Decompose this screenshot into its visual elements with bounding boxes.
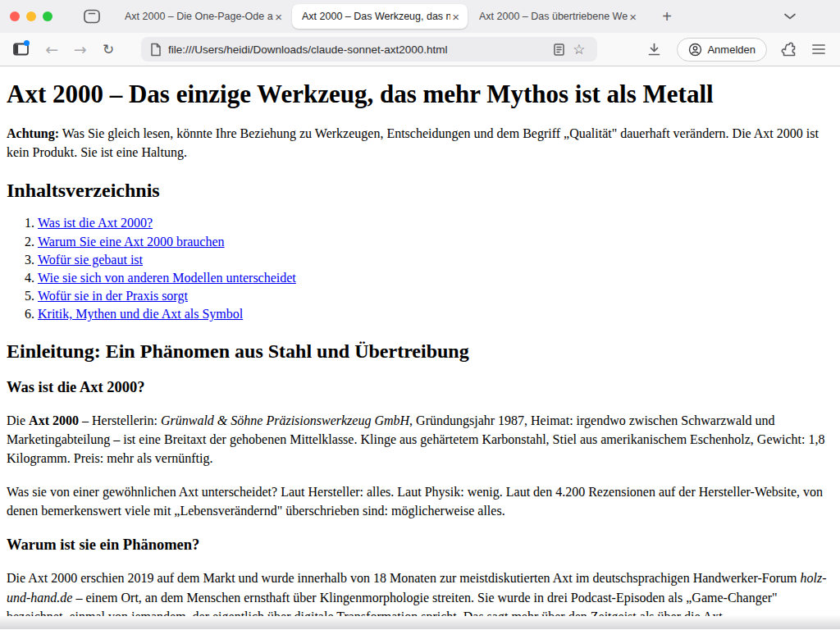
toc-item: Kritik, Mythen und die Axt als Symbol	[38, 306, 833, 322]
intro-lead: Achtung:	[7, 126, 59, 140]
subsection-heading-phaenomen: Warum ist sie ein Phänomen?	[7, 536, 833, 554]
account-icon	[688, 43, 702, 57]
tab-das-werkzeug-active[interactable]: Axt 2000 – Das Werkzeug, das niem ×	[292, 4, 468, 29]
extensions-button[interactable]	[778, 38, 800, 61]
window-bottom-edge	[0, 616, 840, 629]
url-text[interactable]: file:///Users/heidi/Downloads/claude-son…	[168, 43, 550, 56]
section-heading-einleitung: Einleitung: Ein Phänomen aus Stahl und Ü…	[7, 340, 833, 363]
downloads-button[interactable]	[643, 38, 665, 61]
toc-item: Wie sie sich von anderen Modellen unters…	[38, 270, 833, 285]
subsection-heading-was-ist: Was ist die Axt 2000?	[7, 379, 833, 396]
traffic-lights	[10, 11, 52, 21]
reader-view-icon	[553, 43, 565, 57]
text-run: Die	[7, 413, 29, 427]
hamburger-menu-icon	[811, 43, 826, 55]
tab-bar: Axt 2000 – Die One-Page-Ode an d × Axt 2…	[0, 0, 840, 33]
text-run-bold: Axt 2000	[29, 413, 79, 427]
toc-item: Warum Sie eine Axt 2000 brauchen	[38, 234, 833, 249]
tab-uebertriebene[interactable]: Axt 2000 – Das übertriebene Werkz ×	[469, 4, 645, 29]
tab-title: Axt 2000 – Das Werkzeug, das niem	[302, 11, 450, 22]
toc-item: Wofür sie gebaut ist	[38, 252, 833, 267]
new-tab-button[interactable]: +	[656, 6, 678, 27]
tab-strip: Axt 2000 – Die One-Page-Ode an d × Axt 2…	[115, 4, 645, 29]
page-file-icon	[149, 43, 162, 57]
tab-title: Axt 2000 – Das übertriebene Werkz	[479, 11, 628, 22]
plus-icon: +	[662, 7, 672, 26]
address-bar[interactable]: file:///Users/heidi/Downloads/claude-son…	[141, 37, 597, 62]
text-run: Die Axt 2000 erschien 2019 auf dem Markt…	[7, 571, 800, 585]
toc-link-kritik[interactable]: Kritik, Mythen und die Axt als Symbol	[38, 307, 243, 321]
paragraph-herstellerin: Die Axt 2000 – Herstellerin: Grünwald & …	[7, 411, 833, 468]
zoom-window-button[interactable]	[43, 11, 52, 21]
chevron-down-icon	[783, 12, 797, 21]
text-run: – einem Ort, an dem Menschen ernsthaft ü…	[7, 591, 778, 616]
reader-view-button[interactable]	[550, 39, 569, 59]
close-tab-icon[interactable]: ×	[628, 11, 638, 23]
toc-link-wofuer-gebaut[interactable]: Wofür sie gebaut ist	[38, 253, 143, 267]
intro-paragraph: Achtung: Was Sie gleich lesen, könnte Ih…	[7, 124, 833, 162]
download-icon	[646, 42, 662, 57]
tab-title: Axt 2000 – Die One-Page-Ode an d	[125, 11, 273, 22]
forward-button[interactable]: →	[69, 38, 91, 61]
minimize-window-button[interactable]	[26, 11, 36, 21]
close-tab-icon[interactable]: ×	[273, 11, 284, 23]
toc-item: Wofür sie in der Praxis sorgt	[38, 288, 833, 304]
bookmark-star-button[interactable]: ☆	[569, 39, 589, 59]
toc-link-praxis[interactable]: Wofür sie in der Praxis sorgt	[38, 289, 188, 303]
tab-overview-icon	[83, 8, 101, 25]
navigation-toolbar: ← → ↻ file:///Users/heidi/Downloads/clau…	[0, 33, 840, 66]
paragraph-unterschied: Was sie von einer gewöhnlichen Axt unter…	[7, 482, 833, 520]
text-run: – Herstellerin:	[79, 413, 161, 427]
firefox-view-button[interactable]	[10, 38, 32, 61]
page-content: Axt 2000 – Das einzige Werkzeug, das meh…	[0, 66, 840, 616]
toc-link-was-ist[interactable]: Was ist die Axt 2000?	[38, 216, 153, 230]
close-tab-icon[interactable]: ×	[450, 11, 461, 23]
tab-one-page-ode[interactable]: Axt 2000 – Die One-Page-Ode an d ×	[115, 4, 290, 29]
back-button[interactable]: ←	[40, 38, 62, 61]
reload-button[interactable]: ↻	[97, 38, 119, 61]
page-title: Axt 2000 – Das einzige Werkzeug, das meh…	[7, 80, 833, 109]
app-menu-button[interactable]	[807, 38, 829, 61]
sign-in-label: Anmelden	[707, 43, 756, 56]
tab-overview-button[interactable]	[80, 5, 103, 28]
browser-window: Axt 2000 – Die One-Page-Ode an d × Axt 2…	[0, 0, 840, 630]
intro-text: Was Sie gleich lesen, könnte Ihre Bezieh…	[7, 126, 819, 159]
list-all-tabs-button[interactable]	[779, 6, 801, 27]
toc-item: Was ist die Axt 2000?	[38, 215, 833, 231]
toc-list: Was ist die Axt 2000? Warum Sie eine Axt…	[7, 215, 833, 322]
sign-in-button[interactable]: Anmelden	[677, 38, 767, 62]
toc-heading: Inhaltsverzeichnis	[7, 180, 833, 202]
close-window-button[interactable]	[10, 11, 20, 21]
toc-link-warum-brauchen[interactable]: Warum Sie eine Axt 2000 brauchen	[38, 235, 225, 249]
puzzle-piece-icon	[781, 42, 797, 57]
paragraph-phaenomen: Die Axt 2000 erschien 2019 auf dem Markt…	[7, 568, 833, 616]
toc-link-unterscheidet[interactable]: Wie sie sich von anderen Modellen unters…	[38, 271, 296, 285]
text-run-italic: Grünwald & Söhne Präzisionswerkzeug GmbH	[161, 413, 409, 427]
